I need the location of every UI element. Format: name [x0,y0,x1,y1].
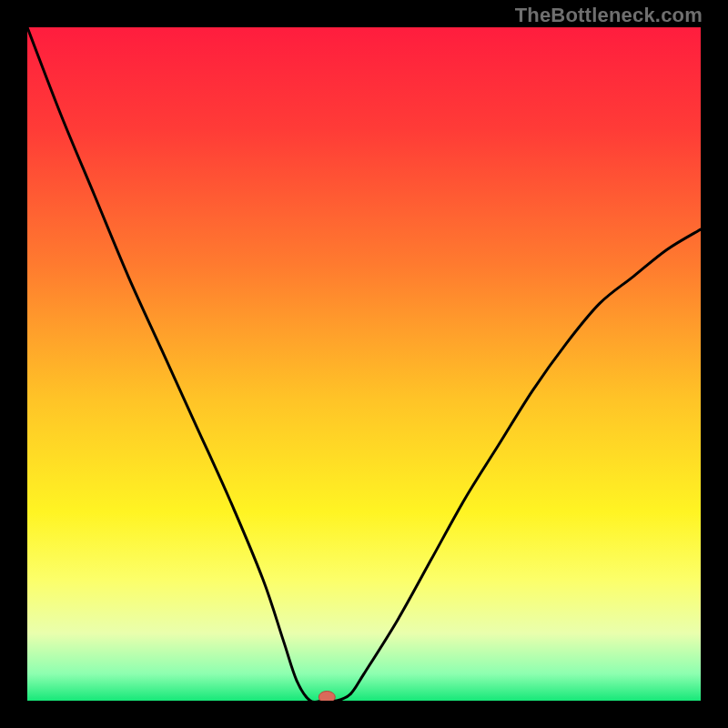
gradient-background [27,27,701,701]
plot-area [27,27,701,701]
optimum-marker [318,692,335,702]
watermark-text: TheBottleneck.com [515,4,703,27]
chart-frame: TheBottleneck.com [0,0,728,728]
chart-svg [27,27,701,701]
